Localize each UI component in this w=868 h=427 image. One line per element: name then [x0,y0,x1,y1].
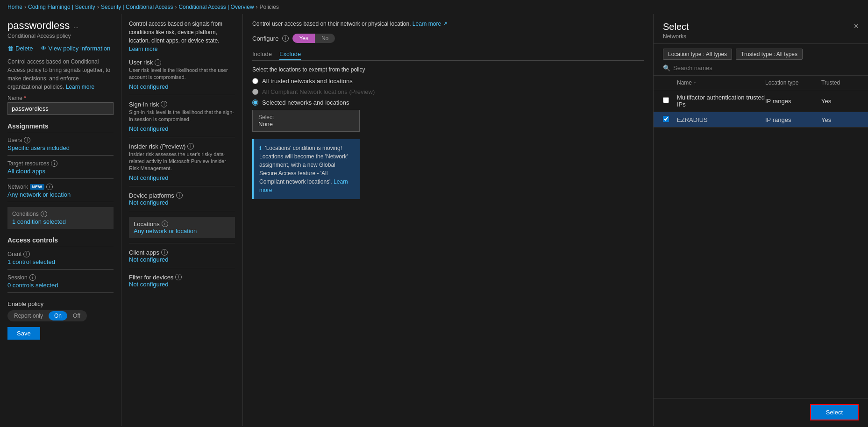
user-risk-info-icon[interactable]: i [155,59,161,66]
breadcrumb-home[interactable]: Home [7,4,22,10]
target-resources-info-icon[interactable]: i [51,160,57,167]
session-item: Session i 0 controls selected [7,274,114,289]
yes-button[interactable]: Yes [292,34,315,43]
search-icon: 🔍 [663,64,670,71]
network-value[interactable]: Any network or location [7,191,114,198]
filter-devices-status[interactable]: Not configured [129,281,235,288]
access-controls-header: Access controls [7,236,114,246]
sort-arrow[interactable]: ↑ [694,80,696,85]
breadcrumb-coding-flamingo[interactable]: Coding Flamingo | Security [28,4,95,10]
network-new-badge: NEW [30,184,44,190]
conditions-item: Conditions i 1 condition selected [7,207,114,229]
row2-checkbox[interactable] [663,116,669,122]
breadcrumb-policies: Policies [260,4,279,10]
select-button[interactable]: Select [810,404,859,420]
client-apps-info-icon[interactable]: i [161,249,168,256]
report-only-option[interactable]: Report-only [8,311,49,320]
toolbar: 🗑 Delete 👁 View policy information [7,45,114,52]
filter-row: Location type : All types Trusted type :… [654,44,868,64]
conditions-value[interactable]: 1 condition selected [12,218,109,225]
tab-include[interactable]: Include [252,49,272,60]
info-banner: ℹ 'Locations' condition is moving! Locat… [252,139,360,199]
select-box[interactable]: Select None [252,110,360,132]
target-resources-value[interactable]: All cloud apps [7,168,114,175]
configure-row: Configure i Yes No [252,34,644,43]
close-button[interactable]: × [854,21,859,31]
filter-devices-info-icon[interactable]: i [175,274,182,280]
session-value[interactable]: 0 controls selected [7,282,114,289]
device-platforms-info-icon[interactable]: i [176,192,183,199]
client-apps-row: Client apps i Not configured [129,249,235,263]
radio-compliant-input[interactable] [252,89,258,95]
row1-trusted: Yes [821,98,859,105]
grant-info-icon[interactable]: i [23,251,30,257]
locations-status[interactable]: Any network or location [134,228,230,235]
breadcrumb-security-ca[interactable]: Security | Conditional Access [101,4,173,10]
radio-selected: Selected networks and locations [252,99,644,106]
insider-risk-row: Insider risk (Preview) i Insider risk as… [129,143,235,181]
yes-no-toggle[interactable]: Yes No [292,34,335,43]
table-row[interactable]: Multifactor authentication trusted IPs I… [654,90,868,112]
view-policy-button[interactable]: 👁 View policy information [41,45,111,52]
locations-info-icon[interactable]: i [162,221,168,227]
conditions-col: Control access based on signals from con… [121,14,243,426]
right-panel-footer: Select [654,398,868,426]
name-input[interactable] [7,102,114,115]
save-button[interactable]: Save [7,327,40,340]
search-input[interactable] [673,64,859,71]
delete-icon: 🗑 [7,45,14,52]
locations-row: Locations i Any network or location [129,217,235,238]
network-item: Network NEW i Any network or location [7,184,114,198]
radio-all-trusted: All trusted networks and locations [252,78,644,85]
right-panel-title: Select [663,21,689,32]
name-label: Name [7,95,114,101]
left-learn-more[interactable]: Learn more [66,84,94,90]
right-panel-subtitle: Networks [663,33,689,40]
conditions-info-icon[interactable]: i [41,211,47,217]
device-platforms-row: Device platforms i Not configured [129,192,235,206]
row2-trusted: Yes [821,116,859,123]
insider-risk-info-icon[interactable]: i [187,143,194,149]
right-panel-header: Select Networks × [654,14,868,44]
delete-button[interactable]: 🗑 Delete [7,45,33,52]
users-info-icon[interactable]: i [24,137,30,143]
tab-row: Include Exclude [252,49,644,61]
location-type-filter[interactable]: Location type : All types [663,49,732,60]
off-option[interactable]: Off [67,311,86,320]
signin-risk-status[interactable]: Not configured [129,125,235,132]
network-learn-more[interactable]: Learn more ↗ [413,21,448,27]
user-risk-status[interactable]: Not configured [129,83,235,90]
enable-policy-toggle[interactable]: Report-only On Off [7,310,87,321]
users-item: Users i Specific users included [7,137,114,151]
signin-risk-info-icon[interactable]: i [161,101,167,107]
row2-type: IP ranges [765,116,821,123]
insider-risk-status[interactable]: Not configured [129,174,235,181]
client-apps-status[interactable]: Not configured [129,256,235,263]
conditions-col-desc: Control access based on signals from con… [129,20,235,53]
policy-title: passwordless [7,20,70,32]
configure-info-icon[interactable]: i [282,35,289,42]
conditions-learn-more[interactable]: Learn more [129,46,157,52]
tab-exclude[interactable]: Exclude [279,49,301,60]
row1-checkbox[interactable] [663,97,669,103]
breadcrumb: Home › Coding Flamingo | Security › Secu… [0,0,868,14]
enable-policy-section: Enable policy Report-only On Off [7,300,114,321]
on-option[interactable]: On [49,311,67,320]
policy-subtitle: Conditional Access policy [7,33,114,39]
info-banner-icon: ℹ [259,145,262,151]
middle-panel: Control access based on signals from con… [121,14,653,426]
session-info-icon[interactable]: i [29,274,36,281]
no-button[interactable]: No [315,34,335,43]
grant-value[interactable]: 1 control selected [7,258,114,265]
device-platforms-status[interactable]: Not configured [129,199,235,206]
radio-compliant: All Compliant Network locations (Preview… [252,88,644,95]
exempt-label: Select the locations to exempt from the … [252,66,644,73]
radio-all-trusted-input[interactable] [252,78,258,84]
policy-more-icon[interactable]: ... [73,22,78,29]
radio-selected-input[interactable] [252,100,258,106]
table-row[interactable]: EZRADIUS IP ranges Yes [654,112,868,128]
trusted-type-filter[interactable]: Trusted type : All types [736,49,803,60]
users-value[interactable]: Specific users included [7,144,114,151]
network-info-icon[interactable]: i [46,184,53,190]
breadcrumb-ca-overview[interactable]: Conditional Access | Overview [178,4,254,10]
